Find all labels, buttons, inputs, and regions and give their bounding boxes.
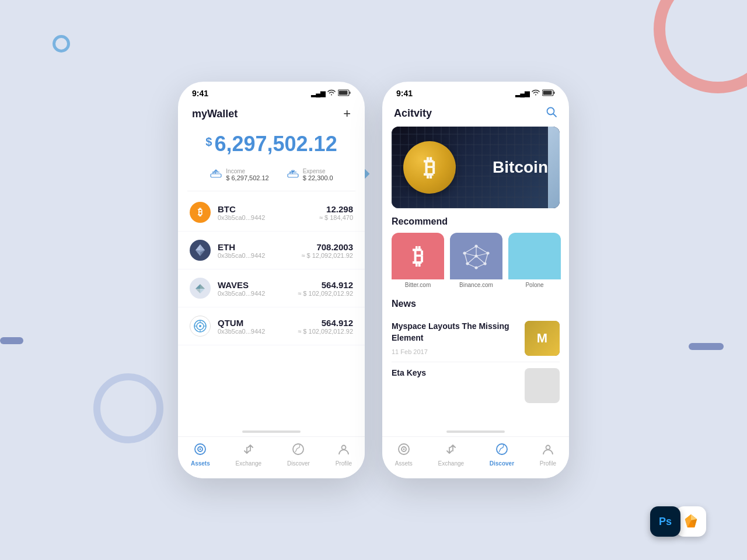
nav-discover-2[interactable]: Discover xyxy=(490,443,514,467)
bitcoin-banner[interactable]: ₿ Bitcoin xyxy=(392,127,560,208)
eth-address: 0x3b5ca0...9442 xyxy=(218,252,301,259)
phones-container: 9:41 ▂▄▆ myWallet + $ 6,297, xyxy=(178,82,569,478)
svg-rect-28 xyxy=(543,91,552,95)
nav-assets-label-1: Assets xyxy=(191,460,210,467)
qtum-amount: 564.912 ≈ $ 102,092,012.92 xyxy=(298,318,353,335)
news-1-thumb: M xyxy=(525,321,560,356)
balance-amount: $ 6,297,502.12 xyxy=(192,132,351,156)
svg-marker-11 xyxy=(200,289,205,293)
svg-rect-2 xyxy=(339,91,348,95)
status-bar-2: 9:41 ▂▄▆ xyxy=(382,82,569,100)
assets-icon xyxy=(194,443,207,459)
nav-profile-label-2: Profile xyxy=(540,460,556,467)
svg-marker-10 xyxy=(200,284,205,289)
expense-label: Expense xyxy=(303,168,333,174)
status-icons-1: ▂▄▆ xyxy=(311,89,351,97)
waves-qty: 564.912 xyxy=(298,280,353,290)
svg-marker-13 xyxy=(196,289,200,293)
waves-amount: 564.912 ≈ $ 102,092,012.92 xyxy=(298,280,353,297)
waves-icon xyxy=(190,278,211,299)
search-button[interactable] xyxy=(546,106,557,121)
news-title: News xyxy=(382,299,569,315)
waves-name: WAVES xyxy=(218,280,298,290)
crypto-item-btc[interactable]: ₿ BTC 0x3b5ca0...9442 12.298 ≈ $ 184,470 xyxy=(178,194,365,232)
svg-line-44 xyxy=(467,256,476,264)
phone-activity: 9:41 ▂▄▆ Acitvity xyxy=(382,82,569,478)
nav-assets-2[interactable]: Assets xyxy=(395,443,413,467)
svg-rect-3 xyxy=(211,174,221,177)
bg-decoration-arc xyxy=(654,0,747,93)
news-2-info: Eta Keys xyxy=(392,368,525,377)
bg-decoration-rect-left xyxy=(0,337,23,344)
svg-point-24 xyxy=(293,444,303,454)
profile-icon-2 xyxy=(542,443,554,459)
svg-point-51 xyxy=(403,449,404,450)
bg-decoration-circle xyxy=(53,35,70,52)
expense-item: Expense $ 22,300.0 xyxy=(287,168,333,181)
svg-point-23 xyxy=(200,449,201,450)
svg-point-25 xyxy=(341,446,345,450)
qtum-name: QTUM xyxy=(218,318,298,328)
nav-exchange-2[interactable]: Exchange xyxy=(438,443,464,467)
wifi-icon-2 xyxy=(532,89,540,97)
income-label: Income xyxy=(226,168,268,174)
nav-profile-label-1: Profile xyxy=(336,460,352,467)
income-icon xyxy=(210,169,222,181)
income-expense: Income $ 6,297,502.12 Expense $ 22,300.0 xyxy=(178,166,365,191)
bitcoin-text: Bitcoin xyxy=(493,158,548,177)
balance-number: 6,297,502.12 xyxy=(214,132,337,156)
recommend-binance[interactable]: Binance.com xyxy=(450,233,502,290)
wifi-icon xyxy=(327,89,336,97)
nav-profile-1[interactable]: Profile xyxy=(336,443,352,467)
wallet-title: myWallet xyxy=(192,108,238,120)
waves-address: 0x3b5ca0...9442 xyxy=(218,290,298,297)
polo-image xyxy=(508,233,561,279)
recommend-bitter[interactable]: ₿ Bitter.com xyxy=(392,233,444,290)
signal-icon: ▂▄▆ xyxy=(311,90,325,97)
eth-qty: 708.2003 xyxy=(301,242,353,252)
bg-decoration-outline xyxy=(93,373,163,443)
svg-point-53 xyxy=(546,446,550,450)
news-1-date: 11 Feb 2017 xyxy=(392,348,518,355)
battery-icon-2 xyxy=(542,89,555,97)
recommend-polone[interactable]: Polone xyxy=(508,233,561,290)
crypto-item-qtum[interactable]: QTUM 0x3b5ca0...9442 564.912 ≈ $ 102,092… xyxy=(178,307,365,345)
nav-assets-1[interactable]: Assets xyxy=(191,443,210,467)
news-item-1[interactable]: Myspace Layouts The Missing Element 11 F… xyxy=(392,315,560,362)
news-item-2[interactable]: Eta Keys xyxy=(392,362,560,409)
recommend-title: Recommend xyxy=(382,216,569,233)
crypto-item-eth[interactable]: ETH 0x3b5ca0...9442 708.2003 ≈ $ 12,092,… xyxy=(178,232,365,270)
nav-profile-2[interactable]: Profile xyxy=(540,443,556,467)
activity-title: Acitvity xyxy=(394,107,432,120)
expense-icon xyxy=(287,169,299,181)
nav-discover-label-1: Discover xyxy=(287,460,310,467)
btc-name: BTC xyxy=(218,204,319,214)
svg-point-29 xyxy=(547,108,554,115)
svg-line-43 xyxy=(485,253,488,264)
svg-marker-12 xyxy=(196,284,200,289)
btc-amount: 12.298 ≈ $ 184,470 xyxy=(319,204,353,221)
waves-usd: ≈ $ 102,092,012.92 xyxy=(298,290,353,297)
eth-name: ETH xyxy=(218,242,301,252)
svg-line-47 xyxy=(476,264,485,268)
exchange-icon-2 xyxy=(445,443,458,459)
battery-icon xyxy=(338,89,351,97)
bitter-image: ₿ xyxy=(392,233,444,279)
eth-info: ETH 0x3b5ca0...9442 xyxy=(218,242,301,259)
crypto-item-waves[interactable]: WAVES 0x3b5ca0...9442 564.912 ≈ $ 102,09… xyxy=(178,270,365,307)
expense-info: Expense $ 22,300.0 xyxy=(303,168,333,181)
wallet-content: myWallet + $ 6,297,502.12 Income xyxy=(178,100,365,478)
home-indicator-1 xyxy=(242,430,301,433)
spacer xyxy=(382,409,569,430)
banner-image: ₿ Bitcoin xyxy=(392,127,560,208)
nav-discover-1[interactable]: Discover xyxy=(287,443,310,467)
svg-line-38 xyxy=(465,246,476,253)
svg-rect-1 xyxy=(350,92,351,94)
bottom-nav-1: Assets Exchange Discover xyxy=(178,436,365,478)
qtum-qty: 564.912 xyxy=(298,318,353,328)
balance-section: $ 6,297,502.12 xyxy=(178,126,365,166)
income-item: Income $ 6,297,502.12 xyxy=(210,168,268,181)
add-button[interactable]: + xyxy=(343,106,351,121)
home-indicator-2 xyxy=(446,430,505,433)
nav-exchange-1[interactable]: Exchange xyxy=(236,443,261,467)
